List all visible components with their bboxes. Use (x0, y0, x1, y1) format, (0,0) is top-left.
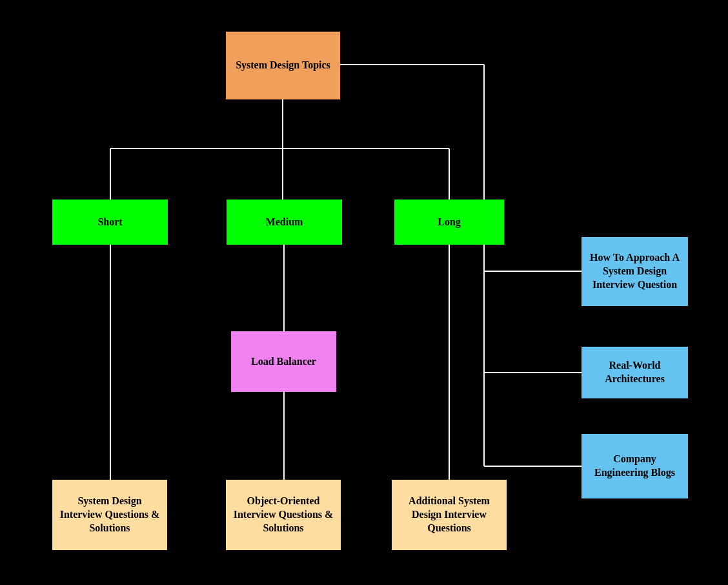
load-balancer-label: Load Balancer (251, 355, 316, 369)
short-node[interactable]: Short (52, 200, 168, 245)
additional-sd-questions-label: Additional System Design Interview Quest… (397, 495, 501, 535)
long-label: Long (438, 216, 461, 229)
sd-interview-questions-label: System Design Interview Questions & Solu… (57, 495, 162, 535)
sd-interview-questions-node[interactable]: System Design Interview Questions & Solu… (52, 480, 167, 550)
company-engineering-node[interactable]: Company Engineering Blogs (581, 434, 688, 498)
additional-sd-questions-node[interactable]: Additional System Design Interview Quest… (392, 480, 507, 550)
company-engineering-label: Company Engineering Blogs (587, 453, 683, 480)
long-node[interactable]: Long (394, 200, 504, 245)
medium-label: Medium (266, 216, 303, 229)
real-world-node[interactable]: Real-World Architectures (581, 347, 688, 398)
how-to-approach-label: How To Approach A System Design Intervie… (587, 251, 683, 291)
system-design-topics-node[interactable]: System Design Topics (226, 32, 340, 99)
medium-node[interactable]: Medium (227, 200, 342, 245)
oo-interview-questions-node[interactable]: Object-Oriented Interview Questions & So… (226, 480, 341, 550)
short-label: Short (97, 216, 122, 229)
oo-interview-questions-label: Object-Oriented Interview Questions & So… (231, 495, 336, 535)
system-design-topics-label: System Design Topics (236, 59, 330, 72)
load-balancer-node[interactable]: Load Balancer (231, 331, 336, 392)
how-to-approach-node[interactable]: How To Approach A System Design Intervie… (581, 237, 688, 306)
real-world-label: Real-World Architectures (587, 359, 683, 386)
